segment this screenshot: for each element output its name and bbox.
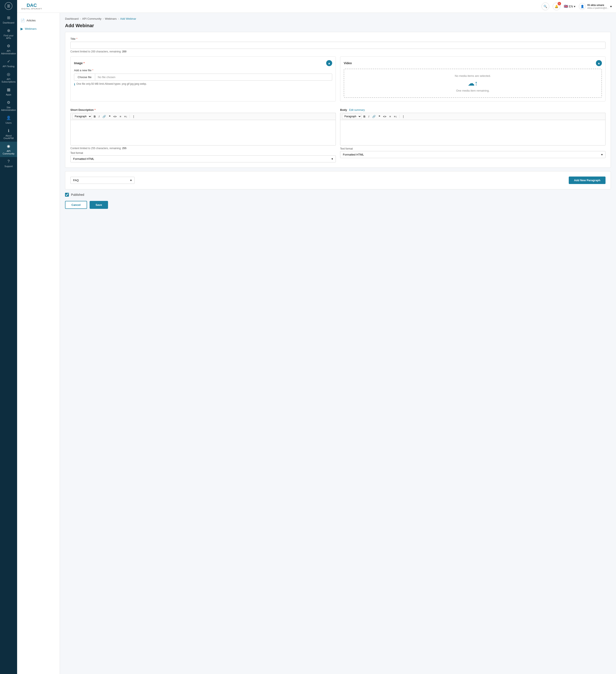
short-desc-quote-button[interactable]: ❝ — [108, 114, 111, 119]
user-name: Hi ekta umare — [587, 4, 609, 7]
user-menu[interactable]: 👤 Hi ekta umare ekta.u+padmin@d... ▾ — [579, 3, 612, 10]
short-desc-toolbar: Paragraph B I 🔗 ❝ <> ≡ ≡↕ ⋮ — [71, 113, 336, 120]
image-section: Image * ▲ Add a new file * — [71, 57, 336, 101]
short-desc-list-ol-button[interactable]: ≡↕ — [123, 114, 128, 119]
notification-badge: 0 — [558, 2, 561, 5]
body-list-ol-button[interactable]: ≡↕ — [393, 114, 398, 119]
chevron-down-icon: ▾ — [601, 153, 603, 156]
main-form-card: Title * Content limited to 200 character… — [65, 32, 611, 168]
sidebar-item-api-community[interactable]: ◉ API Community — [0, 142, 17, 157]
support-icon: ? — [7, 159, 10, 164]
desc-body-row: Short Description * Paragraph B I 🔗 ❝ <>… — [71, 105, 606, 162]
breadcrumb-api-community[interactable]: API Community — [82, 17, 101, 20]
short-desc-link-button[interactable]: 🔗 — [101, 114, 107, 119]
body-text-format-select[interactable]: Formatted HTML ▾ — [340, 151, 606, 158]
image-section-header: Image * ▲ — [74, 60, 332, 66]
short-desc-bold-button[interactable]: B — [93, 114, 97, 119]
api-subscriptions-icon: ◎ — [7, 72, 10, 77]
sidebar-item-about-oneapim[interactable]: ℹ About OneAPIM — [0, 126, 17, 142]
hamburger-button[interactable]: ☰ — [5, 2, 12, 10]
body-quote-button[interactable]: ❝ — [377, 114, 381, 119]
sidebar-item-dashboard[interactable]: ⊞ Dashboard — [0, 13, 17, 26]
short-desc-italic-button[interactable]: I — [98, 114, 101, 119]
no-file-text: No file chosen — [95, 74, 118, 81]
body-title: Body Edit summary — [340, 108, 606, 111]
sidebar-item-api-admin[interactable]: ⚙ API Administration — [0, 41, 17, 57]
chevron-down-icon: ▾ — [332, 157, 333, 160]
body-code-button[interactable]: <> — [382, 114, 387, 119]
body-toolbar: Paragraph B I 🔗 ❝ <> ≡ ≡↕ ⋮ — [340, 113, 606, 120]
info-icon: ℹ — [74, 83, 75, 86]
save-button[interactable]: Save — [90, 201, 108, 209]
body-bold-button[interactable]: B — [362, 114, 366, 119]
video-section-toggle[interactable]: ▲ — [596, 60, 602, 66]
required-indicator: * — [76, 37, 78, 40]
chevron-down-icon: ▾ — [574, 5, 575, 8]
edit-summary-link[interactable]: Edit summary — [349, 108, 365, 111]
sidebar-item-api-testing[interactable]: ✓ API Testing — [0, 57, 17, 70]
image-section-title: Image * — [74, 62, 85, 65]
published-label: Published — [71, 193, 84, 197]
user-email: ekta.u+padmin@d... — [587, 7, 609, 9]
language-selector[interactable]: 🇬🇧 EN ▾ — [564, 4, 575, 8]
short-desc-list-ul-button[interactable]: ≡ — [119, 114, 122, 119]
file-input-row: Choose file No file chosen — [74, 74, 332, 81]
sidebar-item-api-subscriptions[interactable]: ◎ API Subscriptions — [0, 70, 17, 85]
sidebar-item-apps[interactable]: ▦ Apps — [0, 85, 17, 98]
body-format-select[interactable]: Paragraph — [342, 114, 361, 119]
left-nav-articles-label: Articles — [26, 19, 36, 22]
left-nav: 📄 Articles ▶ Webinars — [17, 13, 60, 674]
sidebar-item-support[interactable]: ? Support — [0, 157, 17, 170]
sidebar-item-site-admin[interactable]: ⚙ Site Administration — [0, 98, 17, 113]
left-nav-webinars[interactable]: ▶ Webinars — [17, 25, 60, 33]
avatar: 👤 — [579, 3, 586, 10]
sidebar-item-label: API Community — [1, 150, 16, 155]
add-paragraph-button[interactable]: Add New Paragraph — [569, 177, 606, 184]
image-section-toggle[interactable]: ▲ — [326, 60, 332, 66]
faq-card: FAQ ▾ Add New Paragraph — [65, 171, 611, 189]
api-community-icon: ◉ — [7, 144, 10, 148]
body-list-ul-button[interactable]: ≡ — [388, 114, 392, 119]
faq-select[interactable]: FAQ ▾ — [71, 177, 135, 184]
left-nav-articles[interactable]: 📄 Articles — [17, 16, 60, 25]
search-icon: 🔍 — [543, 5, 547, 8]
search-button[interactable]: 🔍 — [541, 3, 549, 10]
short-desc-text-format-label: Text format — [71, 151, 336, 154]
body-italic-button[interactable]: I — [367, 114, 370, 119]
body-link-button[interactable]: 🔗 — [371, 114, 377, 119]
title-field: Title * Content limited to 200 character… — [71, 37, 606, 53]
body-editor[interactable] — [340, 120, 606, 145]
body-more-button[interactable]: ⋮ — [401, 114, 406, 119]
main-area: DAC DIGITAL APICRAFT 🔍 🔔 0 🇬🇧 EN ▾ 👤 Hi … — [17, 0, 616, 674]
upload-icon: ☁↑ — [468, 79, 478, 87]
breadcrumb-sep: › — [118, 17, 119, 20]
breadcrumb-webinars[interactable]: Webinars — [105, 17, 117, 20]
short-desc-text-format-select[interactable]: Formatted HTML ▾ — [71, 155, 336, 162]
content-area: 📄 Articles ▶ Webinars Dashboard › API Co… — [17, 13, 616, 674]
video-section: Video ▲ No media items are selected. ☁↑ … — [340, 57, 606, 101]
no-media-text: No media items are selected. — [455, 74, 491, 78]
short-desc-code-button[interactable]: <> — [112, 114, 118, 119]
cancel-button[interactable]: Cancel — [65, 201, 87, 209]
left-nav-webinars-label: Webinars — [25, 27, 36, 30]
short-desc-more-button[interactable]: ⋮ — [131, 114, 136, 119]
body-text-format-label: Text format — [340, 147, 606, 150]
short-desc-editor[interactable] — [71, 120, 336, 145]
sidebar-item-users[interactable]: 👤 Users — [0, 113, 17, 126]
video-drop-area[interactable]: No media items are selected. ☁↑ One medi… — [344, 69, 602, 98]
flag-icon: 🇬🇧 — [564, 4, 568, 8]
published-checkbox[interactable] — [65, 193, 69, 197]
title-input[interactable] — [71, 42, 606, 49]
topnav-right: 🔍 🔔 0 🇬🇧 EN ▾ 👤 Hi ekta umare ekta.u+pad… — [541, 3, 612, 10]
choose-file-button[interactable]: Choose file — [74, 74, 95, 81]
site-admin-icon: ⚙ — [7, 100, 10, 105]
about-icon: ℹ — [8, 128, 9, 133]
api-testing-icon: ✓ — [7, 59, 10, 64]
notification-button[interactable]: 🔔 0 — [553, 3, 561, 10]
sidebar-item-find-apis[interactable]: ⊕ Find your APIs — [0, 26, 17, 41]
sidebar-item-label: Users — [6, 122, 12, 124]
dashboard-icon: ⊞ — [7, 15, 10, 20]
breadcrumb-dashboard[interactable]: Dashboard — [65, 17, 79, 20]
short-desc-format-select[interactable]: Paragraph — [72, 114, 92, 119]
logo-text: DAC — [26, 3, 37, 8]
